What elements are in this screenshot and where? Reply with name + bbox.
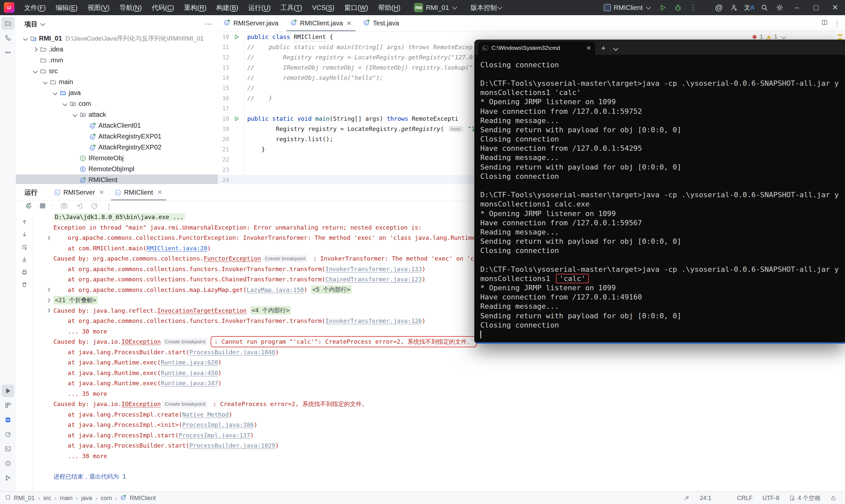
file-link[interactable]: InvokerTransformer.java:126 xyxy=(325,317,422,324)
encoding-selector[interactable]: UTF-8 xyxy=(762,495,779,502)
tree-item-com[interactable]: com xyxy=(16,98,218,109)
project-icon[interactable] xyxy=(2,17,14,30)
file-link[interactable]: ChainedTransformer.java:123 xyxy=(325,276,422,283)
console-text[interactable]: <21 个折叠帧> xyxy=(53,296,98,304)
editor-kebab-icon[interactable]: ⋮ xyxy=(834,19,840,28)
search-icon[interactable] xyxy=(758,1,771,14)
tree-item-remoteobjimpl[interactable]: CRemoteObjImpl xyxy=(16,164,218,175)
menu-item[interactable]: 视图(V) xyxy=(83,2,115,14)
terminal-output[interactable]: Closing connectionD:\CTF-Tools\ysoserial… xyxy=(474,55,845,339)
file-link[interactable]: ProcessBuilder.java:1029 xyxy=(190,442,275,449)
services-icon[interactable] xyxy=(2,399,14,412)
profiler-icon[interactable] xyxy=(2,428,14,441)
fold-chevron-icon[interactable]: ❯ xyxy=(48,287,51,292)
structure-icon[interactable] xyxy=(2,32,14,44)
close-button[interactable]: ✕ xyxy=(827,0,844,15)
menu-item[interactable]: 文件(F) xyxy=(19,2,51,14)
chevron-down-icon[interactable] xyxy=(71,113,78,116)
scroll-to-end-icon[interactable] xyxy=(19,255,29,265)
console-text[interactable]: InvocationTargetException xyxy=(157,307,247,314)
chevron-down-icon[interactable] xyxy=(41,80,49,84)
console-text[interactable]: IOException xyxy=(122,400,161,407)
run-tab-RMIClient[interactable]: RMIClient✕ xyxy=(110,184,168,200)
menu-item[interactable]: 编辑(E) xyxy=(51,2,83,14)
remote-dev-plug-icon[interactable] xyxy=(683,495,690,501)
breadcrumb-item[interactable]: src xyxy=(43,495,51,502)
terminal-tab-close-icon[interactable]: ✕ xyxy=(586,44,591,52)
terminal-tool-icon[interactable] xyxy=(2,443,14,455)
file-link[interactable]: Native Method xyxy=(182,411,229,418)
file-link[interactable]: InvokerTransformer.java:133 xyxy=(325,266,422,272)
screenshot-button[interactable] xyxy=(60,202,68,211)
editor-tab-RMIServer.java[interactable]: CRMIServer.java xyxy=(218,15,284,31)
project-widget[interactable]: RM RMI_01 xyxy=(414,3,457,12)
tree-item-attackregistryexp01[interactable]: CAttackRegistryEXP01 xyxy=(16,131,218,142)
fold-chevron-icon[interactable]: ❯ xyxy=(48,235,51,241)
console-text[interactable]: <4 个内部行> xyxy=(250,306,291,315)
close-icon[interactable]: ✕ xyxy=(157,189,162,196)
terminal-dropdown-icon[interactable] xyxy=(613,46,619,51)
scroll-up-icon[interactable] xyxy=(19,217,29,227)
menu-item[interactable]: 构建(B) xyxy=(211,2,243,14)
scroll-down-icon[interactable] xyxy=(19,230,29,239)
maven-icon[interactable] xyxy=(2,414,14,426)
more-options-kebab-icon[interactable]: ⋮ xyxy=(106,202,112,211)
tree-item-src[interactable]: src xyxy=(16,66,218,76)
project-panel-title[interactable]: 项目 xyxy=(24,20,38,29)
print-icon[interactable] xyxy=(19,267,29,277)
console-text[interactable]: IOException xyxy=(122,338,161,345)
chevron-down-icon[interactable] xyxy=(22,37,29,40)
clear-trash-icon[interactable] xyxy=(19,280,29,290)
run-tab-RMIServer[interactable]: RMIServer✕ xyxy=(49,184,110,200)
console-text[interactable]: FunctorException xyxy=(204,255,261,262)
file-link[interactable]: ProcessBuilder.java:1048 xyxy=(190,349,275,356)
split-editor-icon[interactable] xyxy=(821,19,828,28)
run-gutter-icon[interactable] xyxy=(229,34,244,40)
close-icon[interactable]: ✕ xyxy=(347,20,352,27)
chevron-right-icon[interactable] xyxy=(32,48,39,51)
breadcrumb-item[interactable]: RMI_01 xyxy=(14,495,35,502)
run-gutter-icon[interactable] xyxy=(229,116,244,122)
menu-item[interactable]: VCS(S) xyxy=(307,3,339,13)
tree-item-rmi_01[interactable]: RMI_01D:\JavaCode\Java序列化与反序列化\RMI\RMI_0… xyxy=(16,33,218,44)
problems-icon[interactable] xyxy=(2,457,14,470)
menu-item[interactable]: 工具(T) xyxy=(276,2,307,14)
windows-defender-icon[interactable] xyxy=(721,495,727,501)
editor-tab-RMIClient.java[interactable]: CRMIClient.java✕ xyxy=(284,15,357,31)
import-thread-dump-button[interactable] xyxy=(75,202,83,211)
settings-gear-icon[interactable] xyxy=(773,1,786,14)
breadcrumb-item[interactable]: com xyxy=(101,495,112,502)
fold-chevron-icon[interactable]: ❯ xyxy=(48,307,51,313)
file-link[interactable]: Runtime.java:347 xyxy=(161,380,218,386)
chevron-down-icon[interactable] xyxy=(61,102,69,106)
file-link[interactable]: LazyMap.java:158 xyxy=(247,286,304,293)
coverage-button[interactable] xyxy=(90,202,99,211)
menu-item[interactable]: 导航(N) xyxy=(115,2,147,14)
run-config-selector[interactable]: RMIClient xyxy=(604,4,651,12)
tree-item-.mvn[interactable]: .mvn xyxy=(16,55,218,66)
rerun-button[interactable] xyxy=(25,202,33,211)
tree-item-rmiclient[interactable]: CRMIClient xyxy=(16,175,218,184)
breadcrumb-item[interactable]: java xyxy=(81,495,92,502)
tree-item-attackclient01[interactable]: CAttackClient01 xyxy=(16,120,218,131)
file-link[interactable]: RMIClient.java:20 xyxy=(146,245,207,252)
minimize-button[interactable]: – xyxy=(788,0,805,15)
panel-options-icon[interactable]: ⋯ xyxy=(205,20,213,29)
menu-item[interactable]: 窗口(W) xyxy=(339,2,373,14)
more-tool-windows-icon[interactable] xyxy=(2,46,14,59)
profile-at-icon[interactable]: @ xyxy=(712,1,725,14)
file-link[interactable]: Runtime.java:620 xyxy=(161,359,218,366)
tree-item-iremoteobj[interactable]: IIRemoteObj xyxy=(16,153,218,164)
file-link[interactable]: ProcessImpl.java:386 xyxy=(182,421,254,428)
create-breakpoint-chip[interactable]: Create breakpoint xyxy=(163,338,207,345)
file-link[interactable]: Runtime.java:450 xyxy=(161,370,218,376)
run-tool-icon[interactable] xyxy=(2,384,14,397)
breadcrumb-item[interactable]: main xyxy=(60,495,73,502)
terminal-tab[interactable]: C:\Windows\System32\cmd ✕ xyxy=(478,41,595,55)
translate-icon[interactable]: 文A xyxy=(743,1,756,14)
tree-item-attackregistryexp02[interactable]: CAttackRegistryEXP02 xyxy=(16,142,218,153)
vcs-widget[interactable]: 版本控制 xyxy=(470,3,503,12)
create-breakpoint-chip[interactable]: Create breakpoint xyxy=(163,400,207,408)
add-user-icon[interactable] xyxy=(727,1,741,14)
tree-item-attack[interactable]: attack xyxy=(16,109,218,120)
